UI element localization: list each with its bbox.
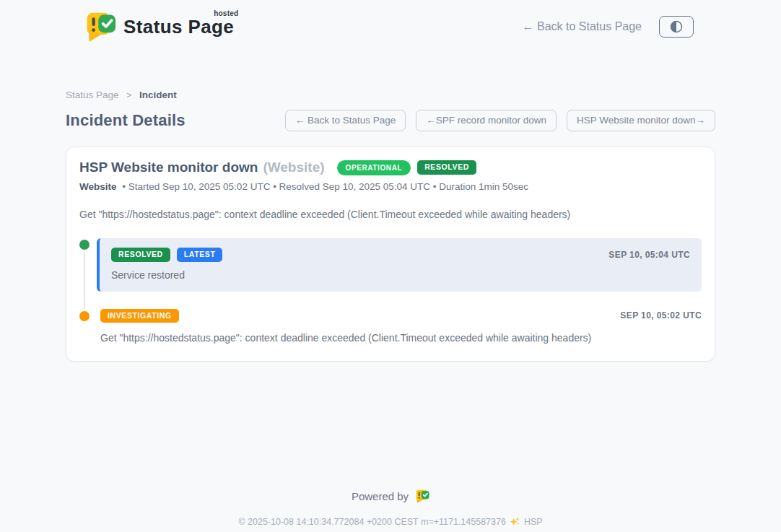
footer: Powered by © 2025-10-08 14:10:34.772084 … xyxy=(0,489,781,527)
timeline-latest-badge: LATEST xyxy=(177,248,223,262)
powered-by-label: Powered by xyxy=(352,490,409,502)
timeline-entry-header: INVESTIGATING SEP 10, 05:02 UTC xyxy=(100,309,702,323)
app-logo[interactable]: Status Page hosted xyxy=(84,10,234,43)
next-incident-button[interactable]: HSP Website monitor down→ xyxy=(567,110,715,131)
copyright-brand: HSP xyxy=(524,517,543,527)
powered-by-link[interactable]: Powered by xyxy=(352,489,429,504)
breadcrumb-status-page[interactable]: Status Page xyxy=(66,90,119,100)
header: Status Page hosted ← Back to Status Page xyxy=(66,0,715,43)
status-page-logo-icon xyxy=(84,10,116,43)
page-title: Incident Details xyxy=(66,111,186,130)
timeline-investigating-badge: INVESTIGATING xyxy=(100,309,179,323)
timeline-dot-column xyxy=(79,238,97,292)
breadcrumb: Status Page > Incident xyxy=(66,90,715,100)
operational-badge: OPERATIONAL xyxy=(337,160,411,175)
breadcrumb-incident: Incident xyxy=(139,90,177,100)
incident-component: (Website) xyxy=(263,160,324,175)
incident-timeline: RESOLVED LATEST SEP 10, 05:04 UTC Servic… xyxy=(79,238,702,344)
incident-title-row: HSP Website monitor down (Website) OPERA… xyxy=(79,160,702,175)
half-circle-contrast-icon xyxy=(668,19,684,35)
sparkles-icon xyxy=(510,516,520,527)
timeline-dot-column xyxy=(79,309,97,344)
incident-title: HSP Website monitor down xyxy=(79,160,258,175)
header-back-link[interactable]: ← Back to Status Page xyxy=(523,20,642,33)
back-to-status-page-button[interactable]: ← Back to Status Page xyxy=(285,110,406,131)
theme-toggle-button[interactable] xyxy=(659,16,694,38)
logo-superscript: hosted xyxy=(214,10,238,17)
timeline-message: Get "https://hostedstatus.page": context… xyxy=(100,332,702,344)
incident-nav-buttons: ← Back to Status Page ←SPF record monito… xyxy=(285,110,715,131)
timeline-connector-line xyxy=(84,247,85,316)
title-row: Incident Details ← Back to Status Page ←… xyxy=(66,110,715,131)
timeline-timestamp: SEP 10, 05:02 UTC xyxy=(620,310,702,320)
timeline-message: Service restored xyxy=(111,269,690,281)
timeline-entry-body: INVESTIGATING SEP 10, 05:02 UTC Get "htt… xyxy=(97,309,702,344)
incident-meta: Website • Started Sep 10, 2025 05:02 UTC… xyxy=(79,181,702,192)
meta-details: • Started Sep 10, 2025 05:02 UTC • Resol… xyxy=(122,181,528,192)
incident-card: HSP Website monitor down (Website) OPERA… xyxy=(66,147,715,362)
incident-badges: OPERATIONAL RESOLVED xyxy=(337,160,476,175)
breadcrumb-separator: > xyxy=(126,90,131,100)
timeline-entry-header: RESOLVED LATEST SEP 10, 05:04 UTC xyxy=(111,248,690,262)
incident-description: Get "https://hostedstatus.page": context… xyxy=(79,209,702,220)
meta-component-name: Website xyxy=(79,181,117,192)
timeline-resolved-badge: RESOLVED xyxy=(111,248,170,262)
logo-brand-text: Status Page hosted xyxy=(123,17,234,36)
orange-status-dot xyxy=(79,311,90,321)
timeline-entry-highlight-box: RESOLVED LATEST SEP 10, 05:04 UTC Servic… xyxy=(97,238,702,292)
status-page-logo-icon xyxy=(415,489,429,504)
timeline-entry-resolved: RESOLVED LATEST SEP 10, 05:04 UTC Servic… xyxy=(79,238,702,292)
timeline-timestamp: SEP 10, 05:04 UTC xyxy=(608,250,690,260)
main-content: Status Page > Incident Incident Details … xyxy=(66,90,715,362)
logo-brand-label: Status Page xyxy=(123,16,234,38)
copyright-text: © 2025-10-08 14:10:34.772084 +0200 CEST … xyxy=(238,517,506,527)
green-status-dot xyxy=(79,240,90,250)
timeline-entry-investigating: INVESTIGATING SEP 10, 05:02 UTC Get "htt… xyxy=(79,309,702,344)
header-right: ← Back to Status Page xyxy=(523,16,694,38)
resolved-badge: RESOLVED xyxy=(417,160,476,175)
prev-incident-button[interactable]: ←SPF record monitor down xyxy=(416,110,557,131)
copyright-line: © 2025-10-08 14:10:34.772084 +0200 CEST … xyxy=(0,516,781,527)
